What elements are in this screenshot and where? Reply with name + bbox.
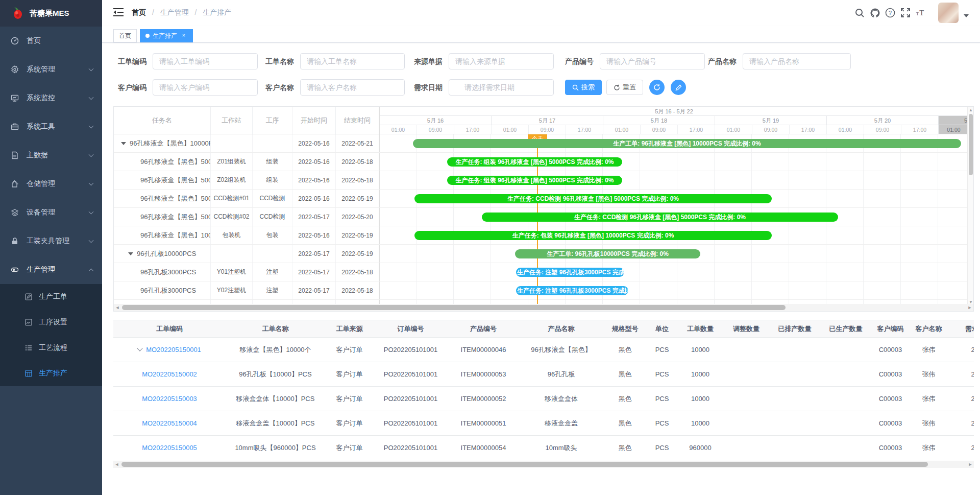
chevron-down-icon xyxy=(89,238,94,243)
sidebar-item-master-data[interactable]: 主数据 xyxy=(0,141,102,170)
work-order-link[interactable]: MO202205150004 xyxy=(142,419,197,427)
table-row[interactable]: MO202205150004 移液盒盒盖【10000】PCS客户订单PO2022… xyxy=(113,411,974,436)
gantt-bar-work-order[interactable]: 生产工单: 96孔孔板10000PCS 完成比例: 0% xyxy=(515,249,700,258)
grid-icon xyxy=(24,369,33,378)
sidebar-item-system-mgmt[interactable]: 系统管理 xyxy=(0,55,102,84)
tab-scheduling[interactable]: 生产排产 × xyxy=(140,29,193,42)
monitor-icon xyxy=(10,93,19,103)
github-icon[interactable] xyxy=(869,7,880,18)
expand-triangle-icon[interactable] xyxy=(128,252,133,255)
gantt-week-label: 5月 16 - 5月 22 xyxy=(380,107,968,116)
help-icon[interactable]: ? xyxy=(885,7,896,18)
table-row[interactable]: MO202205150003 移液盒盒体【10000】PCS客户订单PO2022… xyxy=(113,387,974,411)
gantt-bar-task[interactable]: 生产任务: CCD检测 96孔移液盒 [黑色] 5000PCS 完成比例: 0% xyxy=(414,194,772,203)
table-row[interactable]: MO202205150005 10mm吸头【960000】PCS客户订单PO20… xyxy=(113,436,974,460)
search-icon[interactable] xyxy=(854,7,865,18)
reset-button[interactable]: 重置 xyxy=(606,80,643,95)
work-order-link[interactable]: MO202205150005 xyxy=(142,444,197,452)
table-row[interactable]: MO202205150002 96孔孔板【10000】PCS客户订单PO2022… xyxy=(113,362,974,387)
gear-icon xyxy=(10,65,19,74)
gantt-row[interactable]: 96孔移液盒【黑色】10000PCS 包装机 包装 2022-05-16 202… xyxy=(114,226,379,245)
edit-circle-button[interactable] xyxy=(671,80,686,95)
scroll-up-arrow[interactable]: ▲ xyxy=(968,107,974,113)
gantt-row[interactable]: 96孔孔板10000PCS 2022-05-17 2022-05-19 xyxy=(114,245,379,263)
scroll-left-arrow[interactable]: ◄ xyxy=(114,304,121,311)
toolbox-icon xyxy=(10,122,19,131)
fullscreen-icon[interactable] xyxy=(900,7,911,18)
product-name-input[interactable] xyxy=(743,53,851,69)
work-order-name-input[interactable] xyxy=(300,53,405,69)
svg-text:T: T xyxy=(916,12,919,17)
gantt-body: 今天 生产工单: 96孔移液盒 [黑色] 10000PCS 完成比例: 0% 生… xyxy=(379,134,968,305)
sidebar-collapse-icon[interactable] xyxy=(113,8,124,17)
customer-code-input[interactable] xyxy=(153,79,258,96)
gantt-row[interactable]: 96孔移液盒【黑色】5000PCS Z01组装机 组装 2022-05-16 2… xyxy=(114,153,379,171)
app-logo[interactable]: 苦糖果MES xyxy=(0,0,102,27)
sidebar-item-equipment[interactable]: 设备管理 xyxy=(0,198,102,227)
gantt-row[interactable]: 96孔移液盒【黑色】5000PCS Z02组装机 组装 2022-05-16 2… xyxy=(114,171,379,190)
sidebar-item-scheduling[interactable]: 生产排产 xyxy=(0,361,102,386)
gantt-bar-task[interactable]: 生产任务: CCD检测 96孔移液盒 [黑色] 5000PCS 完成比例: 0% xyxy=(482,213,838,222)
sidebar: 苦糖果MES 首页 系统管理 系统监控 系统工具 主数据 xyxy=(0,0,102,495)
search-button[interactable]: 搜索 xyxy=(565,80,602,95)
sidebar-item-work-order[interactable]: 生产工单 xyxy=(0,284,102,310)
sidebar-item-process-settings[interactable]: 工序设置 xyxy=(0,310,102,335)
chevron-down-icon xyxy=(89,181,94,186)
gantt-bar-work-order[interactable]: 生产工单: 96孔移液盒 [黑色] 10000PCS 完成比例: 0% xyxy=(413,139,961,148)
close-icon[interactable]: × xyxy=(180,32,187,39)
breadcrumb-production-mgmt[interactable]: 生产管理 xyxy=(160,8,189,16)
orders-horizontal-scrollbar[interactable]: ◄ ► xyxy=(113,461,974,468)
gantt-row[interactable]: 96孔移液盒【黑色】10000PCS 2022-05-16 2022-05-21 xyxy=(114,134,379,153)
breadcrumb-home[interactable]: 首页 xyxy=(132,8,146,16)
work-order-code-input[interactable] xyxy=(153,53,258,69)
gantt-row[interactable]: 96孔孔板3000PCS Y02注塑机 注塑 2022-05-17 2022-0… xyxy=(114,281,379,300)
sidebar-item-fixtures[interactable]: 工装夹具管理 xyxy=(0,227,102,255)
lock-icon xyxy=(10,237,19,246)
gantt-bar-task[interactable]: 生产任务: 包装 96孔移液盒 [黑色] 10000PCS 完成比例: 0% xyxy=(414,231,772,240)
sidebar-item-process-flow[interactable]: 工艺流程 xyxy=(0,335,102,361)
scroll-left-arrow[interactable]: ◄ xyxy=(113,461,120,468)
layers-icon xyxy=(10,208,19,217)
gantt-bar-task[interactable]: 生产任务: 组装 96孔移液盒 [黑色] 5000PCS 完成比例: 0% xyxy=(447,157,622,167)
scroll-right-arrow[interactable]: ► xyxy=(967,461,974,468)
chevron-down-icon xyxy=(89,95,94,100)
gantt-day-row: 5月 16 5月 17 5月 18 5月 19 5月 20 5 xyxy=(380,116,968,125)
font-size-icon[interactable]: TT xyxy=(915,7,926,18)
scrollbar-thumb[interactable] xyxy=(121,462,928,467)
sidebar-item-system-monitor[interactable]: 系统监控 xyxy=(0,84,102,112)
gantt-vertical-scrollbar[interactable]: ▲ ▼ xyxy=(967,107,973,305)
gantt-row[interactable]: 96孔孔板3000PCS Y01注塑机 注塑 2022-05-17 2022-0… xyxy=(114,263,379,281)
top-navbar: 首页 / 生产管理 / 生产排产 ? TT xyxy=(102,0,980,26)
customer-name-input[interactable] xyxy=(300,79,405,96)
sidebar-item-system-tools[interactable]: 系统工具 xyxy=(0,112,102,141)
gantt-task-table: 任务名 工作站 工序 开始时间 结束时间 96孔移液盒【黑色】10000PCS … xyxy=(114,107,379,305)
product-code-input[interactable] xyxy=(600,53,705,69)
gantt-row[interactable]: 96孔移液盒【黑色】5000PCS CCD检测#01 CCD检测 2022-05… xyxy=(114,190,379,208)
gantt-bar-task-selected[interactable]: 生产任务: 注塑 96孔孔板3000PCS 完成比例: 0% xyxy=(516,268,624,277)
demand-date-input[interactable] xyxy=(449,79,554,96)
expand-triangle-icon[interactable] xyxy=(121,142,126,145)
work-order-link[interactable]: MO202205150001 xyxy=(146,346,201,353)
caret-down-icon[interactable] xyxy=(964,14,969,17)
sidebar-item-production[interactable]: 生产管理 xyxy=(0,255,102,284)
scroll-right-arrow[interactable]: ► xyxy=(966,304,973,311)
production-submenu: 生产工单 工序设置 工艺流程 生产排产 xyxy=(0,284,102,386)
gantt-row[interactable]: 96孔移液盒【黑色】5000PCS CCD检测#02 CCD检测 2022-05… xyxy=(114,208,379,226)
source-doc-input[interactable] xyxy=(449,53,554,69)
avatar[interactable] xyxy=(938,3,959,23)
refresh-circle-button[interactable] xyxy=(649,80,665,95)
scrollbar-thumb[interactable] xyxy=(122,305,786,310)
chevron-down-icon[interactable] xyxy=(137,345,142,351)
table-row[interactable]: MO202205150001 移液盒【黑色】10000个客户订单PO202205… xyxy=(113,338,974,362)
scrollbar-thumb[interactable] xyxy=(969,114,973,175)
list-icon xyxy=(24,344,33,352)
sidebar-item-home[interactable]: 首页 xyxy=(0,27,102,55)
work-order-link[interactable]: MO202205150003 xyxy=(142,395,197,403)
work-order-link[interactable]: MO202205150002 xyxy=(142,370,197,378)
gantt-bar-task[interactable]: 生产任务: 组装 96孔移液盒 [黑色] 5000PCS 完成比例: 0% xyxy=(447,176,622,185)
gantt-bar-task-selected[interactable]: 生产任务: 注塑 96孔孔板3000PCS 完成比例: 0% xyxy=(516,286,628,295)
gantt-horizontal-scrollbar[interactable]: ◄ ► xyxy=(114,304,973,311)
tab-home[interactable]: 首页 xyxy=(113,29,137,42)
chevron-up-icon xyxy=(89,268,94,273)
sidebar-item-warehouse[interactable]: 仓储管理 xyxy=(0,170,102,198)
